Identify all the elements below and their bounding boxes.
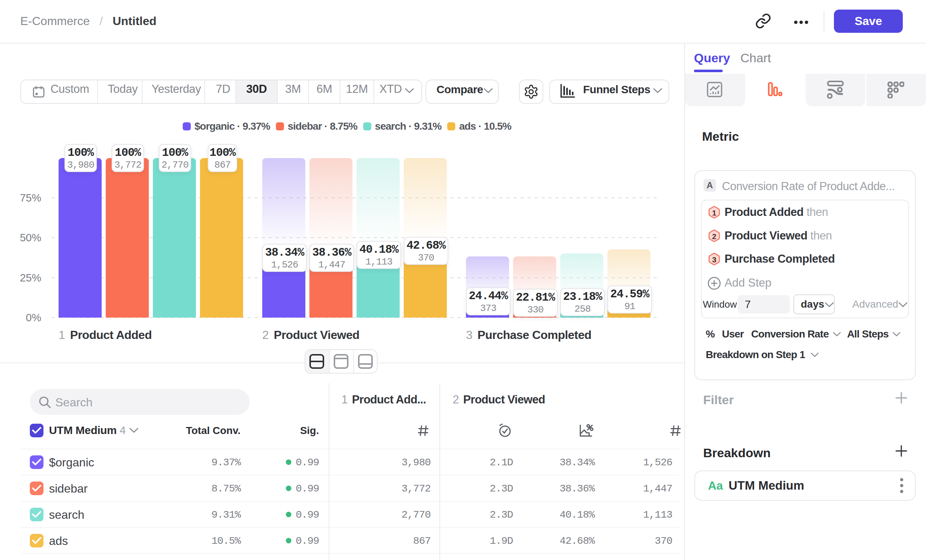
svg-text:1: 1 [712,209,716,217]
svg-text:3: 3 [712,255,716,264]
svg-text:2: 2 [712,232,716,241]
